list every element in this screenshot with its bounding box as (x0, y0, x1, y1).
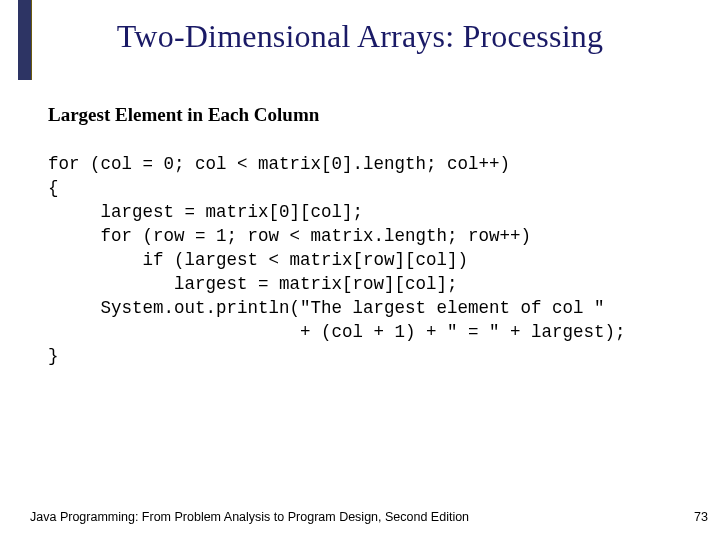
code-sample: for (col = 0; col < matrix[0].length; co… (48, 152, 626, 368)
slide-title: Two-Dimensional Arrays: Processing (0, 18, 720, 55)
section-subtitle: Largest Element in Each Column (48, 104, 319, 126)
page-number: 73 (694, 510, 708, 524)
footer-text: Java Programming: From Problem Analysis … (30, 510, 469, 524)
